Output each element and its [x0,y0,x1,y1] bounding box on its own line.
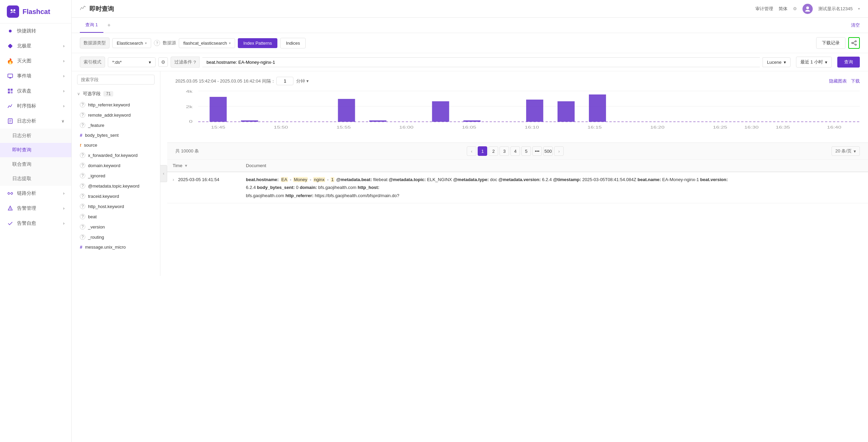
sidebar-item-label: 仪表盘 [17,88,31,94]
sidebar-item-label: 链路分析 [17,190,36,196]
lang-switch[interactable]: 简体 [779,6,787,12]
col-document: Document [241,160,868,172]
doc-separator: - [310,177,313,182]
chevron-down-icon: ▾ [784,60,786,65]
chevron-icon: › [63,89,64,93]
search-input[interactable] [77,75,155,85]
sidebar-subitem-log-analysis[interactable]: 日志分析 [0,129,71,143]
table-cell-document: beat.hostname: EA - Money - nginx - 1 [241,172,868,203]
list-item[interactable]: # message.unix_micro [72,242,160,252]
clear-button[interactable]: 清空 [851,22,860,28]
sort-icon[interactable]: ▾ [185,163,187,168]
list-item[interactable]: ? remote_addr.keyword [72,110,160,120]
doc-value-highlight-1: 1 [331,177,334,182]
query-button[interactable]: 查询 [837,57,860,68]
audit-link[interactable]: 审计管理 [755,6,773,12]
sidebar-subitem-joint-query[interactable]: 联合查询 [0,157,71,172]
time-range-select[interactable]: 最近 1 小时 ▾ [796,57,832,68]
svg-rect-32 [241,120,258,122]
lucene-select[interactable]: Lucene ▾ [763,57,791,67]
sidebar-item-north-star[interactable]: 北极星 › [0,39,71,54]
table-header-row: Time ▾ Document [167,160,868,172]
per-page-select[interactable]: 20 条/页 ▾ [831,146,860,156]
page-button-4[interactable]: 4 [510,146,520,156]
svg-point-19 [855,41,856,42]
doc-value: bfs.gaojihealth.com [246,193,284,198]
doc-value: EA-Money-nginx-1 [662,177,699,182]
sidebar-item-event-wall[interactable]: 事件墙 › [0,69,71,84]
doc-field-metadata-topic: @metadata.topic: [389,177,426,182]
tab-query-1[interactable]: 查询 1 [80,18,103,33]
indices-button[interactable]: Indices [280,38,306,48]
list-item[interactable]: ? traceid.keyword [72,191,160,201]
list-item[interactable]: ? x_forwarded_for.keyword [72,150,160,160]
doc-separator: - [327,177,330,182]
doc-field-beat-version: beat.version: [700,177,728,182]
sidebar-item-dashboard[interactable]: 仪表盘 › [0,84,71,99]
download-record-button[interactable]: 下载记录 [816,37,845,49]
svg-rect-3 [8,44,13,48]
index-settings-icon[interactable]: ⚙ [158,57,168,67]
next-page-button[interactable]: › [554,146,564,156]
list-item[interactable]: t source [72,140,160,150]
list-item[interactable]: ? _feature [72,120,160,130]
page-button-5[interactable]: 5 [521,146,531,156]
list-item[interactable]: ? http_referrer.keyword [72,100,160,110]
dashboard-icon [7,88,14,94]
index-patterns-button[interactable]: Index Patterns [238,38,277,48]
settings-icon[interactable]: ⚙ [793,6,797,11]
fields-header[interactable]: ∨ 可选字段 71 [72,88,160,100]
north-star-icon [7,43,14,49]
sidebar-item-fire-map[interactable]: 🔥 灭火图 › [0,54,71,69]
doc-value: ELK_NGINX [427,177,452,182]
filter-row-1: 数据源类型 Elasticsearch ▾ ? 数据源 flashcat_ela… [72,33,868,53]
list-item[interactable]: ? _routing [72,232,160,242]
index-select[interactable]: *:ds* ▾ [108,57,156,67]
list-item[interactable]: ? domain.keyword [72,160,160,171]
page-button-1[interactable]: 1 [478,146,487,156]
sidebar-item-quick-jump[interactable]: 快捷跳转 [0,24,71,39]
doc-field-metadata-version: @metadata.version: [498,177,541,182]
sidebar-item-alert-auto[interactable]: 告警自愈 › [0,216,71,231]
sidebar-item-log-analysis[interactable]: 日志分析 ∨ [0,114,71,129]
chevron-icon: ∨ [61,119,64,123]
prev-page-button[interactable]: ‹ [467,146,476,156]
timeseries-icon [7,103,14,109]
sidebar-item-chain-analysis[interactable]: 链路分析 › [0,186,71,201]
svg-rect-34 [369,120,386,122]
index-mode-label: 索引模式 [80,57,105,68]
list-item[interactable]: # body_bytes_sent [72,130,160,140]
add-tab-button[interactable]: + [103,19,115,31]
sidebar-item-alert-mgmt[interactable]: 告警管理 › [0,201,71,216]
list-item[interactable]: ? _ignored [72,171,160,181]
doc-value-highlight-money: Money [293,177,308,182]
hide-chart-button[interactable]: 隐藏图表 [829,78,847,84]
interval-input[interactable] [276,77,293,85]
list-item[interactable]: ? @metadata.topic.keyword [72,181,160,191]
datasource-type-select[interactable]: Elasticsearch ▾ [112,38,151,48]
list-item[interactable]: ? http_host.keyword [72,201,160,211]
field-search-area [72,71,160,88]
sidebar-item-timeseries[interactable]: 时序指标 › [0,99,71,114]
datasource-select[interactable]: flashcat_elasticsearch ▾ [179,38,235,48]
datasource-label: 数据源 [163,40,176,46]
filter-input[interactable] [202,57,760,67]
page-button-3[interactable]: 3 [500,146,509,156]
list-item[interactable]: ? beat [72,211,160,222]
collapse-panel-button[interactable]: ‹ [160,165,167,182]
page-button-2[interactable]: 2 [489,146,498,156]
filter-help-icon[interactable]: ? [193,60,196,65]
sidebar-subitem-log-extract[interactable]: 日志提取 [0,172,71,186]
query-tabs: 查询 1 + 清空 [72,18,868,33]
info-icon[interactable]: ? [154,40,160,46]
sidebar-subitem-instant-query[interactable]: 即时查询 [0,143,71,157]
svg-point-0 [11,9,13,11]
interval-unit-select[interactable]: 分钟 ▾ [296,78,309,84]
download-chart-button[interactable]: 下载 [851,78,860,84]
page-button-500[interactable]: 500 [543,146,553,156]
user-chevron-icon[interactable]: ▾ [858,7,860,11]
chart-visualization: 4k 2k 0 [175,89,860,137]
expand-row-button[interactable]: › [173,177,174,182]
share-button[interactable] [848,37,860,49]
list-item[interactable]: ? _version [72,222,160,232]
